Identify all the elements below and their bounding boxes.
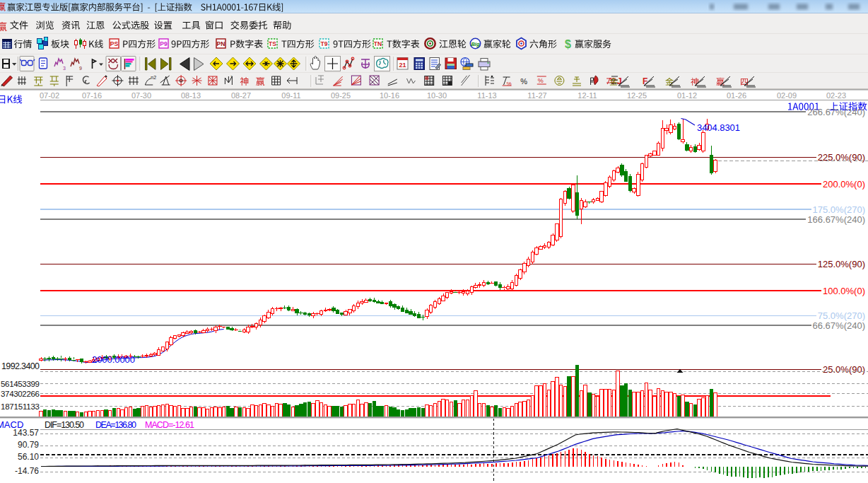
svg-text:10-16: 10-16	[380, 91, 399, 100]
svg-text:DIF=130.50: DIF=130.50	[45, 420, 84, 430]
svg-text:90.79: 90.79	[18, 440, 39, 450]
svg-text:11-13: 11-13	[477, 91, 496, 100]
svg-text:08-13: 08-13	[181, 91, 201, 100]
svg-text:n2: n2	[151, 75, 156, 80]
svg-text:561453399: 561453399	[1, 380, 40, 388]
svg-text:11-27: 11-27	[527, 91, 546, 100]
svg-text:10-30: 10-30	[427, 91, 447, 100]
svg-text:09-25: 09-25	[331, 91, 351, 100]
svg-text:TN: TN	[374, 40, 382, 47]
svg-text:200.0%(0): 200.0%(0)	[823, 179, 865, 190]
svg-text:02-09: 02-09	[777, 91, 797, 100]
svg-text:2000.0000: 2000.0000	[92, 354, 135, 365]
svg-text:-14.76: -14.76	[15, 466, 39, 476]
svg-text:3404.8301: 3404.8301	[697, 122, 740, 133]
svg-text:21: 21	[399, 62, 406, 69]
svg-text:%: %	[520, 77, 527, 86]
svg-text:PN: PN	[217, 40, 225, 47]
svg-text:": "	[230, 75, 232, 79]
svg-text:12-25: 12-25	[627, 91, 647, 100]
svg-text:175.0%(270): 175.0%(270)	[813, 204, 865, 215]
svg-text:25.0%(90): 25.0%(90)	[823, 364, 865, 375]
svg-text:PS: PS	[110, 40, 119, 47]
svg-text:9: 9	[79, 66, 82, 71]
svg-text:12-11: 12-11	[577, 91, 597, 100]
svg-text:125.0%(90): 125.0%(90)	[818, 259, 865, 269]
svg-text:100.0%(0): 100.0%(0)	[823, 286, 865, 296]
svg-text:3: 3	[63, 66, 66, 71]
svg-text:374302266: 374302266	[1, 390, 40, 398]
svg-text:P9: P9	[160, 40, 168, 47]
svg-text:$: $	[565, 38, 571, 50]
svg-text:66.67%(240): 66.67%(240)	[813, 320, 865, 331]
svg-text:T9: T9	[321, 40, 328, 47]
svg-text:Big: Big	[471, 41, 480, 47]
svg-text:07-02: 07-02	[40, 91, 59, 100]
svg-text:DEA=136.80: DEA=136.80	[95, 420, 136, 430]
svg-text:MACD: MACD	[0, 419, 23, 430]
svg-text:1992.3400: 1992.3400	[1, 361, 40, 371]
svg-text:187151133: 187151133	[1, 402, 40, 411]
svg-text:TS: TS	[269, 40, 276, 47]
svg-text:%: %	[538, 77, 544, 84]
svg-text:166.67%(240): 166.67%(240)	[807, 214, 865, 225]
svg-text:01-12: 01-12	[677, 91, 697, 100]
svg-text:225.0%(90): 225.0%(90)	[818, 152, 865, 163]
svg-text:01-26: 01-26	[727, 91, 746, 100]
svg-text:56.10: 56.10	[18, 452, 39, 462]
svg-text:%: %	[507, 81, 512, 87]
svg-text:266.67%(240): 266.67%(240)	[807, 107, 865, 117]
svg-text:MACD=-12.61: MACD=-12.61	[145, 420, 194, 430]
svg-text:07-30: 07-30	[131, 91, 151, 100]
svg-text:02-23: 02-23	[826, 91, 846, 100]
svg-text:09-11: 09-11	[281, 91, 300, 100]
svg-text:08-27: 08-27	[231, 91, 251, 100]
svg-text:07-16: 07-16	[82, 91, 102, 100]
